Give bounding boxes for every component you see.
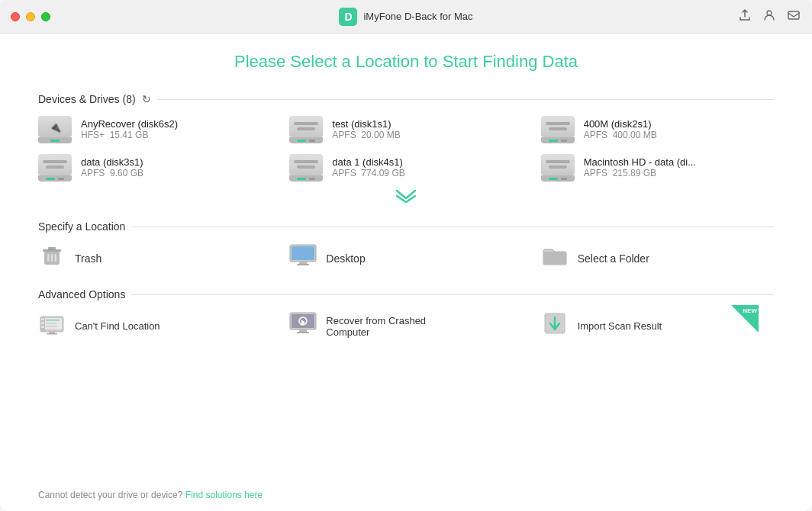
svg-rect-12 [297,264,309,265]
drive-item[interactable]: 🔌 AnyRecover (disk6s2) HFS+ 15.41 GB [38,116,271,142]
drive-meta: APFS 9.60 GB [81,168,271,178]
drives-grid: 🔌 AnyRecover (disk6s2) HFS+ 15.41 GB [38,116,774,180]
drive-info: data (disk3s1) APFS 9.60 GB [81,156,271,178]
drive-meta: APFS 20.00 MB [332,130,522,140]
drive-info: test (disk1s1) APFS 20.00 MB [332,118,522,140]
drive-icon [541,154,575,180]
disk-led [549,140,558,142]
location-grid: Trash Desktop [38,243,774,273]
drive-icon [38,154,72,180]
advanced-name: Import Scan Result [578,320,662,332]
titlebar-actions [739,9,800,24]
drive-item[interactable]: test (disk1s1) APFS 20.00 MB [289,116,522,142]
devices-section-header: Devices & Drives (8) ↻ [38,93,774,105]
svg-rect-6 [51,254,53,262]
disk-led [297,140,306,142]
advanced-item-import[interactable]: Import Scan Result NEW [541,311,774,341]
folder-icon [541,245,569,272]
disk-led-gray [309,140,315,142]
drive-info: 400M (disk2s1) APFS 400.00 MB [584,118,774,140]
drive-name: data 1 (disk4s1) [332,156,522,168]
drive-item[interactable]: data (disk3s1) APFS 9.60 GB [38,154,271,180]
disk-led [46,178,55,180]
drive-icon: 🔌 [38,116,72,142]
specify-section-title: Specify a Location [38,220,125,233]
disk-led-gray [58,178,64,180]
disk-led [50,140,60,142]
disk-led [549,178,558,180]
main-content: Please Select a Location to Start Findin… [0,34,812,482]
expand-drives-button[interactable] [38,189,774,207]
app-title: iMyFone D-Back for Mac [363,11,472,22]
drive-meta: APFS 774.09 GB [332,168,522,178]
maximize-button[interactable] [41,12,50,21]
svg-rect-22 [46,320,60,321]
drive-name: test (disk1s1) [332,118,522,130]
svg-rect-17 [47,333,57,335]
advanced-item-cant-find[interactable]: Can't Find Location [38,311,271,341]
import-icon [541,311,569,341]
drive-name: data (disk3s1) [81,156,271,168]
drive-icon [289,116,323,142]
titlebar: D iMyFone D-Back for Mac [0,0,812,34]
footer-text: Cannot detect your drive or device? [38,490,182,500]
drive-item[interactable]: 400M (disk2s1) APFS 400.00 MB [541,116,774,142]
drive-info: data 1 (disk4s1) APFS 774.09 GB [332,156,522,178]
user-icon[interactable] [763,9,775,24]
svg-rect-23 [46,323,56,324]
svg-rect-10 [292,246,314,260]
disk-led-gray [309,178,315,180]
new-badge-container: NEW [731,305,759,333]
devices-divider [157,99,774,100]
specify-divider [131,227,774,227]
title-center: D iMyFone D-Back for Mac [339,8,472,26]
drive-meta: APFS 215.89 GB [584,168,774,178]
advanced-section-title: Advanced Options [38,288,125,300]
advanced-name: Recover from Crashed Computer [326,315,426,338]
drive-icon [289,154,323,180]
drive-info: Macintosh HD - data (di... APFS 215.89 G… [584,156,774,178]
location-item-folder[interactable]: Select a Folder [541,243,774,273]
drive-name: Macintosh HD - data (di... [584,156,774,168]
app-icon: D [339,8,357,26]
footer-link[interactable]: Find solutions here [185,490,263,500]
svg-rect-11 [299,262,307,264]
page-title: Please Select a Location to Start Findin… [38,52,774,72]
advanced-grid: Can't Find Location Recover from Crashed… [38,311,774,341]
drive-item[interactable]: Macintosh HD - data (di... APFS 215.89 G… [541,154,774,180]
crashed-icon [289,312,317,340]
location-item-trash[interactable]: Trash [38,243,271,273]
location-name: Trash [75,252,102,265]
svg-rect-1 [788,11,799,19]
devices-section-title: Devices & Drives (8) [38,93,136,105]
svg-rect-27 [299,329,307,332]
advanced-item-crashed[interactable]: Recover from Crashed Computer [289,311,522,341]
svg-rect-24 [46,326,58,327]
location-name: Select a Folder [578,252,649,265]
drive-info: AnyRecover (disk6s2) HFS+ 15.41 GB [81,118,271,140]
drive-item[interactable]: data 1 (disk4s1) APFS 774.09 GB [289,154,522,180]
svg-rect-16 [49,332,55,333]
drive-meta: HFS+ 15.41 GB [81,130,271,140]
disk-led-gray [561,140,567,142]
close-button[interactable] [11,12,20,21]
refresh-icon[interactable]: ↻ [142,93,151,105]
advanced-divider [131,294,774,295]
cant-find-icon [38,312,66,340]
minimize-button[interactable] [26,12,35,21]
drive-icon [541,116,575,142]
traffic-lights [11,12,50,21]
drive-meta: APFS 400.00 MB [584,130,774,140]
svg-rect-28 [297,332,309,333]
new-badge-label: NEW [743,307,757,314]
share-icon[interactable] [739,9,751,24]
mail-icon[interactable] [788,9,800,24]
drive-name: AnyRecover (disk6s2) [81,118,271,130]
location-name: Desktop [326,252,365,265]
svg-point-8 [49,249,50,251]
specify-section-header: Specify a Location [38,220,774,233]
svg-rect-13 [543,252,566,264]
location-item-desktop[interactable]: Desktop [289,243,522,273]
svg-rect-7 [55,254,57,262]
advanced-name: Can't Find Location [75,320,160,332]
